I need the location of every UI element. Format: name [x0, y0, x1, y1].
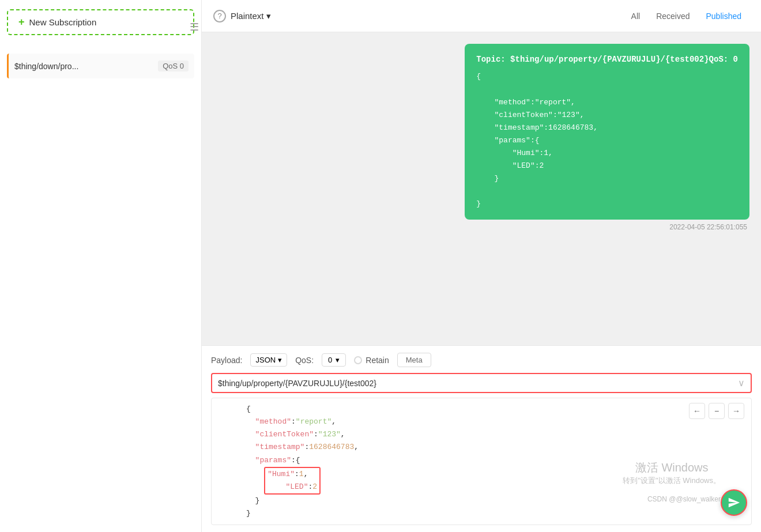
top-bar: ? Plaintext All Received Published — [202, 0, 761, 32]
subscription-item[interactable]: $thing/down/pro... QoS 0 — [7, 54, 194, 78]
payload-format-select[interactable]: JSON — [250, 353, 287, 367]
nav-back-button[interactable]: ← — [689, 403, 705, 419]
payload-label: Payload: — [211, 356, 242, 365]
filter-all-button[interactable]: All — [623, 8, 649, 24]
main-panel: ? Plaintext All Received Published Topic… — [202, 0, 761, 532]
json-editor[interactable]: ← − → { "method":"report", "clientToken"… — [211, 398, 752, 525]
sidebar: + New Subscription ☰ $thing/down/pro... … — [0, 0, 202, 532]
qos-label: QoS: — [295, 356, 314, 365]
format-selector[interactable]: Plaintext — [231, 11, 271, 21]
help-icon[interactable]: ? — [213, 10, 226, 22]
send-button[interactable] — [721, 489, 747, 516]
message-bubble: Topic: $thing/up/property/{PAVZURUJLU}/{… — [465, 44, 749, 220]
payload-chevron-icon — [278, 356, 282, 364]
meta-button[interactable]: Meta — [397, 353, 431, 367]
json-nav-btns: ← − → — [689, 403, 744, 419]
bubble-header: Topic: $thing/up/property/{PAVZURUJLU}/{… — [476, 53, 738, 66]
chevron-down-icon — [266, 11, 271, 21]
publish-toolbar: Payload: JSON QoS: 0 Retain Meta — [211, 353, 752, 367]
format-label: Plaintext — [231, 11, 264, 21]
subscription-topic: $thing/down/pro... — [14, 62, 78, 71]
new-subscription-button[interactable]: + New Subscription — [7, 9, 194, 35]
topic-chevron-icon: ∨ — [738, 378, 745, 388]
message-timestamp: 2022-04-05 22:56:01:055 — [669, 223, 749, 231]
bubble-qos: QoS: 0 — [709, 53, 738, 66]
topic-input[interactable] — [218, 379, 738, 388]
filter-published-button[interactable]: Published — [698, 8, 750, 24]
qos-select[interactable]: 0 — [322, 353, 346, 367]
messages-area: Topic: $thing/up/property/{PAVZURUJLU}/{… — [202, 32, 761, 345]
plus-icon: + — [18, 16, 25, 28]
qos-chevron-icon — [336, 356, 340, 364]
publish-panel: Payload: JSON QoS: 0 Retain Meta ∨ — [202, 345, 761, 532]
csdn-label: CSDN @@slow_walker — [647, 495, 721, 503]
retain-radio[interactable] — [354, 356, 362, 364]
top-bar-left: ? Plaintext — [213, 10, 271, 22]
filter-received-button[interactable]: Received — [648, 8, 698, 24]
nav-minus-button[interactable]: − — [709, 403, 725, 419]
filter-icon[interactable]: ☰ — [190, 21, 199, 33]
bubble-topic: Topic: $thing/up/property/{PAVZURUJLU}/{… — [476, 53, 709, 66]
topic-row: ∨ — [211, 373, 752, 393]
retain-wrapper: Retain — [354, 356, 389, 365]
nav-forward-button[interactable]: → — [728, 403, 744, 419]
new-subscription-label: New Subscription — [29, 17, 97, 27]
subscription-qos: QoS 0 — [158, 61, 189, 71]
bubble-content: { "method":"report", "clientToken":"123"… — [476, 70, 738, 210]
send-icon — [728, 496, 740, 509]
retain-label: Retain — [366, 356, 389, 365]
filter-tabs: All Received Published — [623, 8, 749, 24]
